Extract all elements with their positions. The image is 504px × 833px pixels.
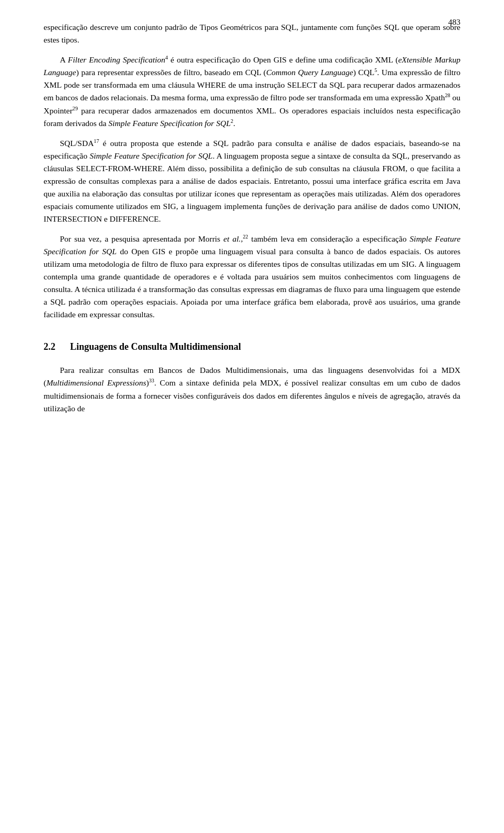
section-header-2-2: 2.2 Linguagens de Consulta Multidimensio… <box>44 340 460 355</box>
page-number: 483 <box>448 16 460 28</box>
section-number: 2.2 <box>44 340 56 355</box>
page: 483 especificação descreve um conjunto p… <box>0 0 504 833</box>
section-paragraph-1: Para realizar consultas em Bancos de Dad… <box>44 364 460 414</box>
section-title: Linguagens de Consulta Multidimensional <box>70 340 242 355</box>
paragraph-2: A Filter Encoding Specification4 é outra… <box>44 54 460 130</box>
paragraph-4: Por sua vez, a pesquisa apresentada por … <box>44 233 460 321</box>
paragraph-3: SQL/SDA17 é outra proposta que estende a… <box>44 137 460 225</box>
paragraph-1: especificação descreve um conjunto padrã… <box>44 21 460 46</box>
